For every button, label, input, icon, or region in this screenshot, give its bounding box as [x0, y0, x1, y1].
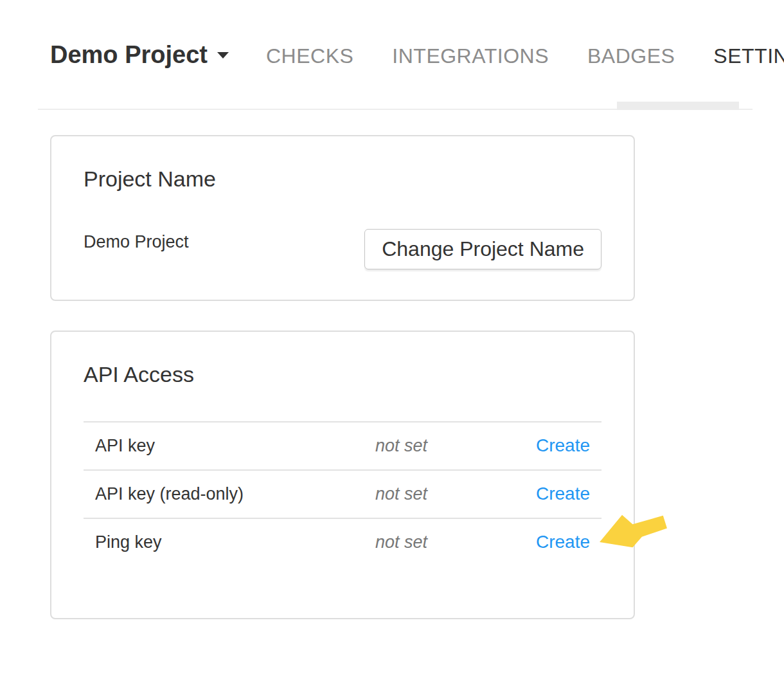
row-value: not set [375, 436, 536, 456]
create-ping-key-link[interactable]: Create [536, 532, 601, 552]
row-label: Ping key [84, 532, 375, 552]
tab-badges[interactable]: BADGES [587, 46, 675, 66]
api-access-card: API Access API key not set Create API ke… [50, 331, 635, 619]
nav-tabs: CHECKS INTEGRATIONS BADGES SETTINGS [266, 46, 784, 66]
create-api-key-link[interactable]: Create [536, 435, 601, 456]
change-project-name-button[interactable]: Change Project Name [364, 229, 601, 269]
project-name-card: Project Name Demo Project Change Project… [50, 135, 635, 301]
settings-page: Demo Project CHECKS INTEGRATIONS BADGES … [0, 0, 784, 681]
row-label: API key [84, 436, 375, 456]
project-switcher-dropdown[interactable]: Demo Project [50, 42, 229, 67]
api-keys-table: API key not set Create API key (read-onl… [84, 421, 601, 566]
current-project-name: Demo Project [84, 232, 189, 252]
table-row-api-key: API key not set Create [84, 421, 601, 469]
row-value: not set [375, 484, 536, 504]
tab-settings[interactable]: SETTINGS [713, 46, 784, 66]
project-name-card-title: Project Name [84, 136, 601, 192]
create-read-only-api-key-link[interactable]: Create [536, 484, 601, 504]
caret-down-icon [217, 52, 229, 59]
project-name-title: Demo Project [50, 42, 208, 67]
tab-integrations[interactable]: INTEGRATIONS [392, 46, 549, 66]
api-access-card-title: API Access [84, 332, 601, 388]
top-navigation: Demo Project CHECKS INTEGRATIONS BADGES … [38, 0, 753, 110]
active-tab-indicator [617, 102, 739, 110]
table-row-ping-key: Ping key not set Create [84, 518, 601, 566]
row-value: not set [375, 532, 536, 552]
row-label: API key (read-only) [84, 484, 375, 504]
table-row-api-key-read-only: API key (read-only) not set Create [84, 469, 601, 518]
tab-checks[interactable]: CHECKS [266, 46, 353, 66]
